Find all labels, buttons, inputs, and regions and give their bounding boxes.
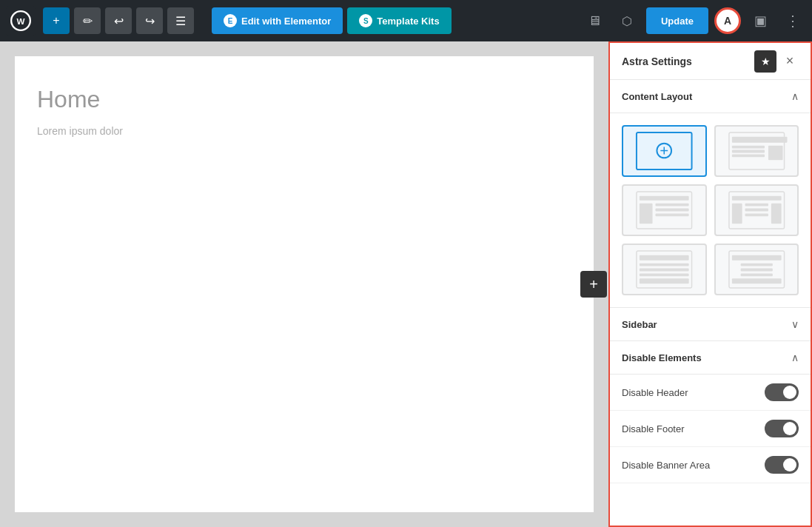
svg-rect-35: [740, 273, 772, 276]
svg-rect-10: [731, 154, 764, 157]
layout-option-full-width[interactable]: [622, 125, 707, 177]
layout-option-both-sidebars[interactable]: [714, 184, 799, 236]
layout-option-narrow[interactable]: [714, 244, 799, 295]
toggle-thumb-banner: [783, 458, 796, 471]
page-body-text: Lorem ipsum dolor: [37, 125, 571, 137]
toggle-track-footer: [765, 420, 799, 437]
svg-rect-21: [745, 204, 768, 207]
template-kits-icon: S: [359, 14, 372, 27]
more-options-button[interactable]: ⋮: [779, 7, 806, 34]
sidebar-icon: ▣: [754, 13, 767, 29]
toggle-track-banner: [765, 456, 799, 474]
layout-option-no-sidebar-wide[interactable]: [622, 244, 707, 295]
canvas-inner: Home Lorem ipsum dolor +: [15, 56, 594, 512]
template-kits-label: Template Kits: [377, 16, 439, 27]
edit-elementor-label: Edit with Elementor: [241, 16, 331, 27]
disable-footer-toggle[interactable]: [765, 420, 799, 437]
astra-settings-button[interactable]: A: [714, 7, 741, 34]
wp-logo: W: [6, 6, 36, 36]
svg-rect-19: [731, 196, 781, 201]
svg-rect-20: [731, 204, 742, 224]
disable-header-row: Disable Header: [610, 375, 811, 411]
sidebar-chevron: ∨: [791, 318, 799, 330]
edit-with-elementor-button[interactable]: E Edit with Elementor: [212, 7, 343, 34]
update-button[interactable]: Update: [646, 7, 708, 34]
svg-rect-27: [640, 264, 689, 266]
page-title: Home: [37, 86, 571, 113]
close-icon: ×: [786, 53, 794, 69]
plus-icon: +: [53, 14, 59, 27]
toggle-thumb-header: [783, 386, 796, 399]
astra-settings-panel: Astra Settings ★ × Content Layout ∧: [608, 41, 812, 527]
svg-rect-34: [740, 269, 772, 272]
sidebar-label: Sidebar: [622, 319, 657, 330]
add-icon: +: [589, 276, 598, 293]
layout-option-right-sidebar[interactable]: [714, 125, 799, 177]
svg-rect-8: [731, 146, 764, 149]
content-layout-chevron: ∧: [791, 90, 799, 102]
svg-rect-36: [731, 278, 781, 283]
disable-elements-section-header[interactable]: Disable Elements ∧: [610, 341, 811, 375]
svg-rect-16: [655, 209, 688, 212]
svg-rect-14: [640, 204, 653, 224]
disable-footer-label: Disable Footer: [622, 423, 685, 434]
svg-rect-26: [640, 255, 689, 261]
disable-header-toggle[interactable]: [765, 383, 799, 401]
disable-elements-label: Disable Elements: [622, 352, 702, 363]
toggle-track-header: [765, 383, 799, 401]
desktop-icon: 🖥: [588, 13, 601, 29]
content-layout-label: Content Layout: [622, 91, 692, 102]
toggle-thumb-footer: [783, 422, 796, 435]
undo-button[interactable]: ↩: [105, 7, 132, 34]
svg-rect-15: [655, 204, 688, 207]
svg-rect-33: [740, 264, 772, 266]
desktop-view-button[interactable]: 🖥: [581, 7, 608, 34]
pen-button[interactable]: ✏: [74, 7, 101, 34]
preview-button[interactable]: ⬡: [614, 7, 640, 34]
panel-close-button[interactable]: ×: [781, 53, 799, 70]
disable-elements-chevron: ∧: [791, 352, 799, 363]
panel-star-button[interactable]: ★: [754, 50, 776, 73]
svg-rect-7: [731, 137, 787, 143]
svg-rect-11: [768, 146, 782, 161]
redo-icon: ↪: [145, 14, 155, 28]
list-icon: ☰: [175, 14, 186, 28]
disable-banner-label: Disable Banner Area: [622, 460, 710, 471]
svg-rect-24: [771, 204, 781, 224]
svg-rect-28: [640, 269, 689, 272]
toolbar: W + ✏ ↩ ↪ ☰ E Edit with Elementor S Temp…: [0, 0, 812, 41]
panel-header: Astra Settings ★ ×: [610, 43, 811, 80]
svg-rect-13: [640, 196, 689, 201]
sidebar-section-header[interactable]: Sidebar ∨: [610, 308, 811, 341]
update-label: Update: [661, 16, 694, 27]
redo-button[interactable]: ↪: [136, 7, 163, 34]
panel-title: Astra Settings: [622, 56, 754, 67]
disable-banner-row: Disable Banner Area: [610, 447, 811, 483]
svg-rect-9: [731, 150, 764, 153]
svg-rect-32: [731, 255, 781, 261]
template-kits-button[interactable]: S Template Kits: [347, 7, 451, 34]
disable-header-label: Disable Header: [622, 387, 688, 398]
svg-rect-17: [655, 213, 688, 216]
content-layout-section-header[interactable]: Content Layout ∧: [610, 80, 811, 113]
add-section-button[interactable]: +: [43, 7, 70, 34]
svg-rect-29: [640, 273, 689, 276]
pen-icon: ✏: [83, 14, 93, 28]
add-new-section-button[interactable]: +: [580, 271, 607, 298]
more-icon: ⋮: [785, 12, 801, 30]
svg-rect-22: [745, 209, 768, 212]
star-icon: ★: [761, 56, 771, 67]
main-area: Home Lorem ipsum dolor + Astra Settings …: [0, 41, 812, 527]
responsive-button[interactable]: ☰: [167, 7, 194, 34]
layout-option-left-sidebar[interactable]: [622, 184, 707, 236]
undo-icon: ↩: [114, 14, 124, 28]
astra-icon: A: [724, 15, 731, 27]
svg-text:W: W: [16, 16, 24, 26]
disable-footer-row: Disable Footer: [610, 411, 811, 447]
svg-rect-30: [640, 278, 689, 283]
sidebar-toggle-button[interactable]: ▣: [747, 7, 774, 34]
disable-banner-toggle[interactable]: [765, 456, 799, 474]
svg-rect-23: [745, 213, 768, 216]
preview-icon: ⬡: [622, 14, 632, 28]
layout-options-grid: [610, 113, 811, 308]
